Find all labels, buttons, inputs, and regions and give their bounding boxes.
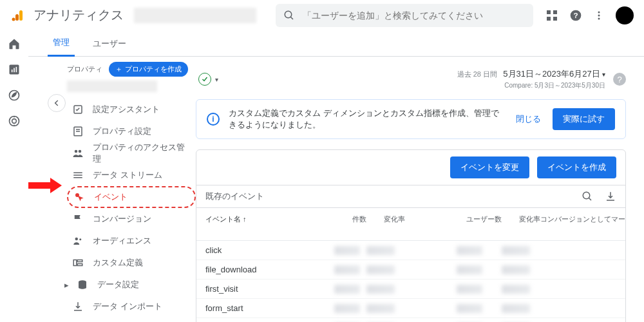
modify-event-button[interactable]: イベントを変更 [450,156,529,178]
explore-icon[interactable] [8,89,21,102]
sidebar-item-data-streams[interactable]: データ ストリーム [67,164,196,186]
svg-point-19 [9,117,19,126]
info-icon: i [207,113,220,126]
top-bar: アナリティクス ? [0,0,644,31]
help-icon[interactable]: ? [613,73,626,86]
main-area: 管理 ユーザー プロパティ ＋ プロパティを作成 設定アシスタント プロパティ設… [28,31,644,322]
table-row: form_start [196,299,625,318]
events-card: イベントを変更 イベントを作成 既存のイベント イベント名 ↑ 件数 変化率 ユ… [196,149,626,322]
people-icon [72,147,84,159]
more-icon[interactable] [594,10,604,21]
svg-text:?: ? [573,11,578,19]
chevron-right-icon: ▸ [64,280,69,290]
sidebar-item-property-settings[interactable]: プロパティ設定 [67,120,196,142]
ga-logo-icon [10,8,26,23]
svg-rect-6 [553,10,557,14]
svg-point-32 [79,238,81,240]
search-icon[interactable] [582,191,593,202]
svg-point-3 [285,11,292,18]
table-row: click [196,241,625,260]
svg-rect-35 [77,264,82,266]
event-name[interactable]: file_download [205,265,334,274]
definitions-icon [72,257,84,269]
svg-rect-16 [14,68,15,73]
events-panel: ▾ 過去 28 日間 5月31日～2023年6月27日 ▾ Compare: 5… [196,57,644,322]
admin-tabs: 管理 ユーザー [28,31,644,57]
table-header: イベント名 ↑ 件数 変化率 ユーザー数 変化率 コンバージョンとしてマークを付… [196,208,625,241]
sidebar-item-setup-assistant[interactable]: 設定アシスタント [67,99,196,120]
sidebar-item-access-management[interactable]: プロパティのアクセス管理 [67,142,196,164]
check-icon [198,73,211,86]
avatar[interactable] [616,6,634,24]
tab-admin[interactable]: 管理 [48,30,75,57]
svg-point-20 [12,119,16,124]
svg-point-11 [598,11,600,13]
search-box[interactable] [276,4,533,27]
create-property-button[interactable]: ＋ プロパティを作成 [109,62,188,77]
sidebar-item-custom-definitions[interactable]: カスタム定義 [67,252,196,274]
sidebar-item-reporting-identity[interactable]: レポート用識別子 [67,317,196,322]
event-name[interactable]: click [205,245,334,255]
search-icon [283,10,295,21]
event-name[interactable]: first_visit [205,284,334,294]
svg-rect-1 [15,14,19,21]
svg-rect-5 [547,10,551,14]
svg-rect-0 [19,10,23,21]
collapse-sidebar-button[interactable] [48,94,66,112]
svg-rect-8 [553,17,557,21]
card-title: 既存のイベント [205,191,264,202]
advertising-icon[interactable] [8,115,21,128]
svg-point-41 [583,192,590,199]
database-icon [77,279,88,290]
app-title: アナリティクス [33,6,124,24]
annotation-arrow [28,179,64,192]
left-rail [0,31,28,322]
svg-line-42 [589,198,591,200]
audience-icon [72,235,84,247]
svg-rect-33 [73,260,77,266]
property-label: プロパティ [67,64,102,74]
apps-icon[interactable] [546,10,558,21]
svg-line-4 [290,17,293,19]
sidebar-item-data-import[interactable]: データ インポート [67,296,196,317]
svg-rect-15 [11,70,12,72]
banner-try-button[interactable]: 実際に試す [553,108,615,130]
sidebar-item-audiences[interactable]: オーディエンス [67,230,196,252]
download-icon[interactable] [605,191,616,202]
svg-rect-17 [15,67,17,72]
svg-point-2 [12,17,15,21]
tab-users[interactable]: ユーザー [88,32,131,56]
chevron-down-icon: ▾ [602,71,605,78]
plus-icon: ＋ [115,64,122,74]
banner-close-link[interactable]: 閉じる [516,113,541,125]
top-icons: ? [546,6,634,24]
sidebar-item-events[interactable]: イベント [67,186,196,208]
svg-point-31 [75,238,79,241]
reports-icon[interactable] [8,63,21,76]
property-name[interactable] [67,80,157,92]
settings-page-icon [72,126,84,137]
home-icon[interactable] [8,37,21,50]
table-row: first_visit [196,279,625,299]
search-input[interactable] [303,10,526,21]
checklist-icon [72,104,84,115]
account-selector[interactable] [134,8,256,23]
sidebar-item-data-settings[interactable]: ▸データ設定 [67,274,196,296]
info-banner: i カスタム定義でカスタム ディメンションとカスタム指標を作成、管理できるように… [196,99,626,139]
svg-rect-34 [77,260,82,262]
sidebar-item-conversions[interactable]: コンバージョン [67,208,196,230]
svg-point-25 [75,150,78,153]
flag-icon [72,213,84,225]
property-sidebar: プロパティ ＋ プロパティを作成 設定アシスタント プロパティ設定 プロパティの… [28,57,196,322]
help-icon[interactable]: ? [569,9,582,22]
status-dropdown[interactable]: ▾ [198,73,218,86]
date-range-selector[interactable]: 過去 28 日間 5月31日～2023年6月27日 ▾ Compare: 5月3… [457,68,626,90]
event-name[interactable]: form_start [205,303,334,313]
svg-rect-7 [547,17,551,21]
create-event-button[interactable]: イベントを作成 [537,156,616,178]
svg-point-13 [598,17,600,19]
events-icon [73,191,85,203]
streams-icon [72,169,84,181]
table-row: file_download [196,260,625,279]
chevron-down-icon: ▾ [215,76,218,83]
